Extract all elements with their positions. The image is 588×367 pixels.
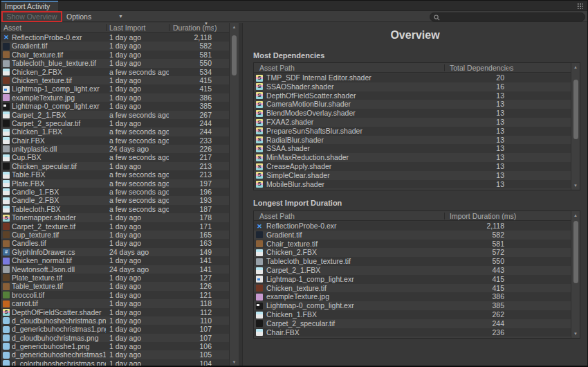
table-row[interactable]: S DepthOfFieldScatter.shader 13 xyxy=(254,91,571,100)
table-row[interactable]: S SSAOShader.shader 16 xyxy=(254,82,571,91)
table-row[interactable]: S RadialBlur.shader 13 xyxy=(254,136,571,145)
table-row[interactable]: Candle_1.FBX a few seconds ago 196 xyxy=(1,188,229,196)
table-row[interactable]: S MobileBlur.shader 13 xyxy=(254,180,571,189)
column-header-asset-path[interactable]: Asset Path xyxy=(259,64,295,72)
table-row[interactable]: Chicken_specular.tif 1 day ago 213 xyxy=(1,162,229,170)
table-row[interactable]: Carpet_2_specular.tif 244 xyxy=(254,319,571,328)
import-duration-value: 193 xyxy=(199,196,212,204)
table-row[interactable]: S SimpleClear.shader 13 xyxy=(254,171,571,180)
table-row[interactable]: S BlendModesOverlay.shader 13 xyxy=(254,109,571,118)
column-header-asset-path[interactable]: Asset Path xyxy=(259,212,295,220)
table-row[interactable]: Table.FBX a few seconds ago 213 xyxy=(1,170,229,179)
table-row[interactable]: Chair.FBX a few seconds ago 233 xyxy=(1,136,229,145)
table-row[interactable]: Plate_texture.tif 1 day ago 127 xyxy=(1,274,229,282)
scroll-down-icon[interactable]: ▼ xyxy=(571,183,580,188)
column-header-import-duration[interactable]: Import Duration (ms) xyxy=(450,212,516,220)
table-row[interactable]: S Tonemapper.shader 1 day ago 178 xyxy=(1,213,229,222)
scrollbar-thumb[interactable] xyxy=(573,80,578,139)
pane-menu-icon[interactable] xyxy=(577,3,583,9)
table-row[interactable]: Chicken_texture.tif 1 day ago 415 xyxy=(1,76,229,84)
table-row[interactable]: S MinMaxReduction.shader 13 xyxy=(254,153,571,162)
left-scrollbar[interactable]: ▲ ▼ xyxy=(229,23,239,366)
asset-name: Chicken_specular.tif xyxy=(12,162,106,170)
table-row[interactable]: Cup_texture.tif 1 day ago 165 xyxy=(1,231,229,239)
table-row[interactable]: Carpet_2_1.FBX a few seconds ago 267 xyxy=(1,111,229,119)
table-row[interactable]: S TMP_SDF Internal Editor.shader 20 xyxy=(254,73,571,82)
longest-import-scrollbar[interactable]: ▲ ▼ xyxy=(571,211,580,338)
table-row[interactable]: Tablecloth_blue_texture.tif 1 day ago 55… xyxy=(1,59,229,67)
scrollbar-thumb[interactable] xyxy=(232,35,237,75)
table-row[interactable]: d_genericbuhochristmas1.png 1 day ago 10… xyxy=(1,325,229,333)
table-row[interactable]: S CreaseApply.shader 13 xyxy=(254,162,571,171)
column-header-duration[interactable]: Duration (ms) xyxy=(173,24,217,32)
table-row[interactable]: Chicken_1.FBX 262 xyxy=(254,310,571,319)
table-row[interactable]: Carpet_2_specular.tif 1 day ago 244 xyxy=(1,119,229,127)
column-header-asset[interactable]: Asset xyxy=(3,24,21,32)
table-row[interactable]: Tablecloth.FBX a few seconds ago 187 xyxy=(1,205,229,213)
table-row[interactable]: Lightmap-0_comp_light.exr 1 day ago 385 xyxy=(1,102,229,110)
table-row[interactable]: Chicken_1.FBX a few seconds ago 244 xyxy=(1,127,229,136)
table-row[interactable]: Chicken_texture.tif 415 xyxy=(254,284,571,293)
table-row[interactable] xyxy=(254,337,571,339)
table-row[interactable]: Cup.FBX a few seconds ago 217 xyxy=(1,153,229,161)
table-row[interactable]: Lightmap-1_comp_light.exr 1 day ago 415 xyxy=(1,84,229,93)
scroll-up-icon[interactable]: ▲ xyxy=(230,24,239,30)
table-row[interactable]: broccoli.tif 1 day ago 121 xyxy=(1,291,229,299)
table-row[interactable]: Carpet_2_texture.tif 1 day ago 171 xyxy=(1,222,229,231)
table-row[interactable]: Table_texture.tif 1 day ago 126 xyxy=(1,282,229,290)
search-field[interactable] xyxy=(430,12,585,21)
table-row[interactable]: Chicken_2.FBX a few seconds ago 534 xyxy=(1,68,229,76)
table-row[interactable]: Tablecloth_blue_texture.tif 550 xyxy=(254,257,571,266)
table-row[interactable]: Chair.FBX 236 xyxy=(254,328,571,337)
table-row[interactable]: S FXAA2.shader 13 xyxy=(254,118,571,127)
scrollbar-thumb[interactable] xyxy=(573,221,578,283)
column-header-total-dependencies[interactable]: Total Dependencies xyxy=(450,64,513,72)
table-row[interactable]: Chair_texture.tif 1 day ago 581 xyxy=(1,51,229,59)
table-row[interactable]: # GlyphInfoDrawer.cs 24 days ago 149 xyxy=(1,248,229,256)
table-row[interactable]: S DepthOfFieldScatter.shader 1 day ago 1… xyxy=(1,308,229,316)
scroll-down-icon[interactable]: ▼ xyxy=(571,331,580,337)
search-input[interactable] xyxy=(443,13,581,21)
table-row[interactable]: d_genericbuhoshe1.png 1 day ago 106 xyxy=(1,342,229,350)
scroll-down-icon[interactable]: ▼ xyxy=(230,359,239,365)
table-row[interactable]: Gradient.tif 1 day ago 582 xyxy=(1,42,229,50)
table-row[interactable]: Newtonsoft.Json.dll 24 days ago 141 xyxy=(1,265,229,274)
asset-name: Chicken_2.FBX xyxy=(12,68,106,76)
scroll-up-icon[interactable]: ▲ xyxy=(571,213,580,218)
table-row[interactable]: Chicken_normal.tif 1 day ago 141 xyxy=(1,256,229,265)
table-row[interactable]: Plate.FBX a few seconds ago 197 xyxy=(1,179,229,188)
table-row[interactable]: S SSAA.shader 13 xyxy=(254,144,571,153)
table-row[interactable]: S CameraMotionBlur.shader 13 xyxy=(254,100,571,109)
table-row[interactable]: unityplastic.dll 24 days ago 226 xyxy=(1,145,229,153)
table-row[interactable]: d_genericbuhoshechristmas1.png 1 day ago… xyxy=(1,350,229,359)
table-row[interactable]: exampleTexture.jpg 1 day ago 386 xyxy=(1,93,229,102)
table-row[interactable]: d_cloudbuhoshechristmas.png 1 day ago 11… xyxy=(1,316,229,325)
table-row[interactable]: Chicken_2.FBX 572 xyxy=(254,248,571,257)
table-row[interactable]: S PrepareSunShaftsBlur.shader 13 xyxy=(254,127,571,136)
table-row[interactable]: Chair_texture.tif 581 xyxy=(254,240,571,249)
options-dropdown[interactable]: Options ▼ xyxy=(62,11,131,22)
table-row[interactable]: carrot.tif 1 day ago 118 xyxy=(1,299,229,307)
table-row[interactable]: ✕ ReflectionProbe-0.exr 1 day ago 2,118 xyxy=(1,33,229,42)
table-row[interactable]: Lightmap-1_comp_light.exr 415 xyxy=(254,275,571,284)
table-row[interactable]: d_cloudbuhochristmas.png 1 day ago 107 xyxy=(1,334,229,342)
table-row[interactable]: Candles.tif 1 day ago 163 xyxy=(1,239,229,247)
table-row[interactable]: Candle_2.FBX a few seconds ago 193 xyxy=(1,196,229,204)
last-import-time: a few seconds ago xyxy=(109,111,169,119)
table-row[interactable]: Carpet_2_1.FBX 443 xyxy=(254,266,571,275)
most-dependencies-scrollbar[interactable]: ▲ ▼ xyxy=(571,63,580,190)
tab-import-activity[interactable]: Import Activity xyxy=(1,1,58,11)
table-row[interactable]: ✕ ReflectionProbe-0.exr 2,118 xyxy=(254,222,571,231)
last-import-time: 1 day ago xyxy=(109,282,169,290)
import-duration-value: 572 xyxy=(444,248,504,257)
table-row[interactable]: Lightmap-0_comp_light.exr 385 xyxy=(254,301,571,310)
table-row[interactable]: exampleTexture.jpg 386 xyxy=(254,292,571,301)
table-row[interactable]: S 13 xyxy=(254,188,571,190)
table-row[interactable]: Gradient.tif 582 xyxy=(254,231,571,240)
dependency-count: 13 xyxy=(444,180,504,189)
texture-orange-icon xyxy=(3,301,10,307)
column-header-last-import[interactable]: Last Import xyxy=(109,24,146,32)
show-overview-button[interactable]: Show Overview xyxy=(2,11,62,22)
table-row[interactable]: d_colorbuhoshechristmas.png 1 day ago 10… xyxy=(1,359,229,366)
scroll-up-icon[interactable]: ▲ xyxy=(571,64,580,70)
